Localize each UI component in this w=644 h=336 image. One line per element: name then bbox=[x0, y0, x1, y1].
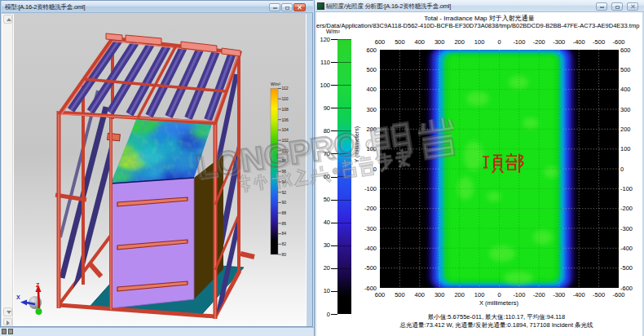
svg-text:82: 82 bbox=[282, 241, 287, 246]
svg-text:86: 86 bbox=[282, 221, 287, 226]
svg-text:92: 92 bbox=[282, 190, 287, 195]
svg-text:96: 96 bbox=[282, 169, 287, 174]
svg-text:90: 90 bbox=[282, 200, 287, 205]
svg-text:102: 102 bbox=[282, 138, 289, 143]
svg-text:Z: Z bbox=[36, 282, 40, 288]
svg-text:84: 84 bbox=[282, 231, 287, 236]
svg-text:110: 110 bbox=[282, 96, 289, 101]
svg-text:108: 108 bbox=[282, 107, 289, 112]
svg-text:106: 106 bbox=[282, 117, 289, 122]
svg-text:104: 104 bbox=[282, 127, 289, 132]
svg-text:X: X bbox=[16, 294, 20, 300]
svg-text:W/m²: W/m² bbox=[271, 82, 280, 86]
svg-text:94: 94 bbox=[282, 179, 287, 184]
svg-text:100: 100 bbox=[282, 148, 289, 153]
svg-text:80: 80 bbox=[282, 252, 287, 257]
svg-text:98: 98 bbox=[282, 158, 287, 163]
svg-text:112: 112 bbox=[282, 86, 289, 91]
svg-text:88: 88 bbox=[282, 210, 287, 215]
